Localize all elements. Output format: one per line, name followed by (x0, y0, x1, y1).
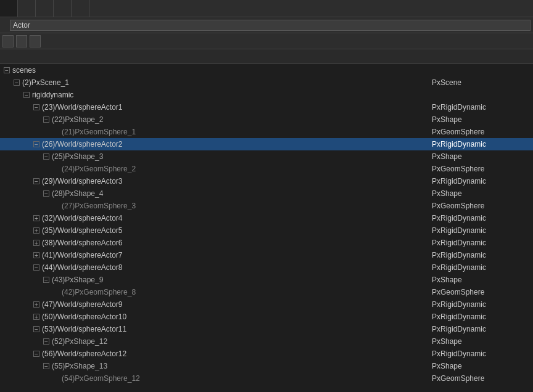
expand-icon[interactable]: − (32, 140, 41, 149)
row-type: PxShape (432, 189, 531, 198)
row-label: (38)/World/sphereActor6 (42, 239, 123, 247)
row-label: (54)PxGeomSphere_12 (62, 374, 140, 383)
tree-row[interactable]: +(50)/World/sphereActor10PxRigidDynamic (0, 311, 533, 323)
expand-icon[interactable]: + (32, 300, 41, 309)
tree-row[interactable]: −scenes (0, 64, 533, 76)
row-type: PxGeomSphere (432, 374, 531, 383)
next-button[interactable] (30, 35, 41, 47)
row-label: (50)/World/sphereActor10 (42, 312, 126, 321)
expand-icon[interactable]: − (42, 362, 51, 370)
toolbar (0, 33, 533, 49)
expand-icon[interactable] (52, 288, 60, 296)
expand-icon[interactable]: − (42, 276, 51, 284)
row-type: PxRigidDynamic (432, 312, 531, 321)
row-label: (23)/World/sphereActor1 (42, 103, 123, 112)
tree-row[interactable]: −(56)/World/sphereActor12PxRigidDynamic (0, 348, 533, 360)
previous-button[interactable] (16, 35, 27, 47)
tree-row[interactable]: −(52)PxShape_12PxShape (0, 335, 533, 348)
row-label: (53)/World/sphereActor11 (42, 325, 126, 333)
expand-icon[interactable]: − (32, 103, 41, 112)
tree-row[interactable]: −(26)/World/sphereActor2PxRigidDynamic (0, 138, 533, 150)
expand-icon[interactable]: − (12, 78, 21, 87)
tree-row[interactable]: +(41)/World/sphereActor7PxRigidDynamic (0, 249, 533, 261)
tree-row[interactable]: (21)PxGeomSphere_1PxGeomSphere (0, 126, 533, 138)
expand-icon[interactable]: − (32, 325, 41, 333)
tab-stage[interactable] (18, 0, 36, 17)
expand-icon[interactable] (52, 165, 60, 173)
row-label: (28)PxShape_4 (52, 189, 103, 198)
tab-layer[interactable] (54, 0, 72, 17)
row-label: (22)PxShape_2 (52, 115, 103, 124)
expand-icon[interactable]: − (2, 66, 11, 75)
expand-icon[interactable]: − (32, 349, 41, 358)
row-type: PxGeomSphere (432, 165, 531, 173)
tab-bar (0, 0, 533, 17)
row-type: PxRigidDynamic (432, 349, 531, 358)
row-type: PxShape (432, 276, 531, 284)
tree-row[interactable]: +(47)/World/sphereActor9PxRigidDynamic (0, 298, 533, 311)
row-label: (25)PxShape_3 (52, 152, 103, 161)
tree-row[interactable]: −(28)PxShape_4PxShape (0, 187, 533, 200)
expand-icon[interactable]: − (22, 91, 31, 99)
row-type: PxShape (432, 362, 531, 370)
tree-row[interactable]: −(23)/World/sphereActor1PxRigidDynamic (0, 101, 533, 113)
expand-icon[interactable]: − (42, 152, 51, 161)
tree-row[interactable]: +(35)/World/sphereActor5PxRigidDynamic (0, 224, 533, 237)
row-label: (42)PxGeomSphere_8 (62, 288, 136, 296)
row-type: PxRigidDynamic (432, 251, 531, 259)
expand-icon[interactable] (52, 202, 60, 210)
expand-icon[interactable] (52, 374, 60, 383)
row-type: PxRigidDynamic (432, 140, 531, 149)
row-label: (47)/World/sphereActor9 (42, 300, 123, 309)
expand-icon[interactable]: + (32, 226, 41, 235)
expand-icon[interactable]: + (32, 214, 41, 223)
expand-icon[interactable]: − (42, 115, 51, 124)
row-type: PxRigidDynamic (432, 103, 531, 112)
expand-icon[interactable]: − (32, 263, 41, 272)
tree-row[interactable]: −(25)PxShape_3PxShape (0, 150, 533, 163)
row-label: (29)/World/sphereActor3 (42, 177, 123, 186)
tab-render-settings[interactable] (72, 0, 89, 17)
tree-area[interactable]: −scenes−(2)PxScene_1PxScene−rigiddynamic… (0, 64, 533, 392)
expand-icon[interactable]: − (42, 337, 51, 346)
expand-icon[interactable]: + (32, 312, 41, 321)
expand-icon[interactable]: − (42, 189, 51, 198)
row-type: PxRigidDynamic (432, 263, 531, 272)
tab-physics-settings[interactable] (36, 0, 54, 17)
tree-row[interactable]: (27)PxGeomSphere_3PxGeomSphere (0, 200, 533, 212)
row-type: PxRigidDynamic (432, 300, 531, 309)
expand-icon[interactable]: − (32, 177, 41, 186)
tree-row[interactable]: (42)PxGeomSphere_8PxGeomSphere (0, 286, 533, 298)
tree-row[interactable]: −rigiddynamic (0, 89, 533, 101)
expand-icon[interactable]: + (32, 239, 41, 247)
tree-row[interactable]: +(32)/World/sphereActor4PxRigidDynamic (0, 212, 533, 224)
tree-row[interactable]: −(53)/World/sphereActor11PxRigidDynamic (0, 323, 533, 335)
row-type: PxRigidDynamic (432, 226, 531, 235)
tree-row[interactable]: −(2)PxScene_1PxScene (0, 76, 533, 89)
tree-row[interactable]: −(55)PxShape_13PxShape (0, 360, 533, 372)
tree-row[interactable]: (54)PxGeomSphere_12PxGeomSphere (0, 372, 533, 385)
row-type: PxGeomSphere (432, 202, 531, 210)
row-type: PxRigidDynamic (432, 239, 531, 247)
tree-row[interactable]: −(22)PxShape_2PxShape (0, 113, 533, 126)
tab-omni-pvd[interactable] (0, 0, 18, 17)
tree-row[interactable]: +(38)/World/sphereActor6PxRigidDynamic (0, 237, 533, 249)
expand-icon[interactable]: + (32, 251, 41, 259)
search-bar (0, 17, 533, 33)
row-type: PxShape (432, 152, 531, 161)
row-label: (21)PxGeomSphere_1 (62, 128, 136, 136)
row-label: (56)/World/sphereActor12 (42, 349, 126, 358)
tree-row[interactable]: −(44)/World/sphereActor8PxRigidDynamic (0, 261, 533, 274)
row-type: PxRigidDynamic (432, 325, 531, 333)
row-label: (35)/World/sphereActor5 (42, 226, 123, 235)
search-input[interactable] (10, 20, 531, 31)
tree-row[interactable]: −(43)PxShape_9PxShape (0, 274, 533, 286)
tree-row[interactable]: −(29)/World/sphereActor3PxRigidDynamic (0, 175, 533, 187)
collapse-all-button[interactable] (2, 35, 14, 47)
tree-row[interactable]: (24)PxGeomSphere_2PxGeomSphere (0, 163, 533, 175)
row-type: PxRigidDynamic (432, 177, 531, 186)
row-label: (41)/World/sphereActor7 (42, 251, 123, 259)
row-label: (24)PxGeomSphere_2 (62, 165, 136, 173)
expand-icon[interactable] (52, 128, 60, 136)
row-type: PxGeomSphere (432, 288, 531, 296)
